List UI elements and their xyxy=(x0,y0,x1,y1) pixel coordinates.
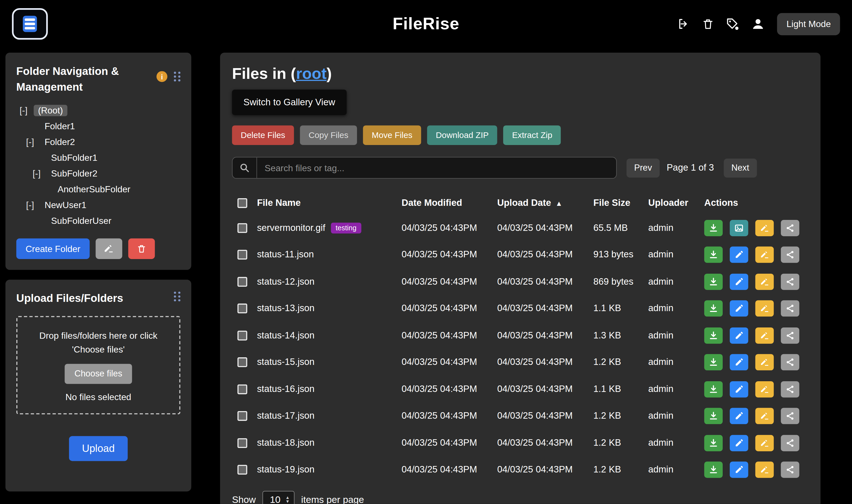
download-button[interactable] xyxy=(704,462,723,478)
download-button[interactable] xyxy=(704,301,723,317)
light-mode-button[interactable]: Light Mode xyxy=(777,13,840,35)
download-button[interactable] xyxy=(704,381,723,397)
file-name[interactable]: status-18.json xyxy=(257,437,314,449)
root-link[interactable]: root xyxy=(296,65,327,82)
edit-button[interactable] xyxy=(730,301,748,317)
row-checkbox[interactable] xyxy=(238,465,247,475)
app-logo[interactable] xyxy=(12,8,48,40)
download-button[interactable] xyxy=(704,435,723,451)
row-checkbox[interactable] xyxy=(238,411,247,421)
share-button[interactable] xyxy=(781,462,799,478)
tree-item-folder2[interactable]: [-]Folder2 xyxy=(16,134,180,150)
row-checkbox[interactable] xyxy=(238,250,247,260)
create-folder-button[interactable]: Create Folder xyxy=(16,238,90,259)
tree-label[interactable]: SubFolder1 xyxy=(47,152,102,164)
row-checkbox[interactable] xyxy=(238,384,247,394)
edit-button[interactable] xyxy=(730,381,748,397)
share-button[interactable] xyxy=(781,381,799,397)
download-button[interactable] xyxy=(704,247,723,263)
download-button[interactable] xyxy=(704,354,723,371)
tree-item-newuser1[interactable]: [-]NewUser1 xyxy=(16,197,180,213)
tree-label[interactable]: Folder1 xyxy=(40,121,80,132)
tag-icon[interactable] xyxy=(726,17,739,31)
file-name[interactable]: status-12.json xyxy=(257,276,314,287)
extract-zip-button[interactable]: Extract Zip xyxy=(503,126,561,145)
tree-item-subfolderuser[interactable]: SubFolderUser xyxy=(16,213,180,229)
rename-button[interactable] xyxy=(755,220,774,236)
tree-label[interactable]: SubFolder2 xyxy=(47,168,102,179)
share-button[interactable] xyxy=(781,274,799,290)
tree-item-folder1[interactable]: Folder1 xyxy=(16,118,180,134)
rename-button[interactable] xyxy=(755,408,774,424)
copy-files-button[interactable]: Copy Files xyxy=(300,126,357,145)
col-file-name[interactable]: File Name xyxy=(257,198,401,209)
file-name[interactable]: status-16.json xyxy=(257,384,314,395)
tree-label[interactable]: NewUser1 xyxy=(40,199,91,211)
col-upload-date[interactable]: Upload Date▲ xyxy=(497,198,593,209)
file-name[interactable]: status-13.json xyxy=(257,303,314,314)
prev-page-button[interactable]: Prev xyxy=(627,158,660,177)
download-button[interactable] xyxy=(704,408,723,424)
tree-toggle-icon[interactable]: [-] xyxy=(19,105,34,116)
items-per-page-select[interactable]: 10 ▲▼ xyxy=(262,491,295,504)
edit-button[interactable] xyxy=(730,462,748,478)
rename-button[interactable] xyxy=(755,301,774,317)
tree-item-subfolder2[interactable]: [-]SubFolder2 xyxy=(16,165,180,181)
file-dropzone[interactable]: Drop files/folders here or click 'Choose… xyxy=(16,316,180,414)
tree-label[interactable]: (Root) xyxy=(34,105,67,116)
select-all-checkbox[interactable] xyxy=(238,198,247,208)
edit-button[interactable] xyxy=(730,327,748,343)
row-checkbox[interactable] xyxy=(238,223,247,233)
share-button[interactable] xyxy=(781,220,799,236)
account-icon[interactable] xyxy=(751,17,765,31)
file-name[interactable]: servermonitor.gif xyxy=(257,222,325,233)
col-uploader[interactable]: Uploader xyxy=(648,198,705,209)
upload-button[interactable]: Upload xyxy=(69,436,128,461)
row-checkbox[interactable] xyxy=(238,304,247,314)
rename-folder-button[interactable] xyxy=(95,238,122,259)
share-button[interactable] xyxy=(781,327,799,343)
row-checkbox[interactable] xyxy=(238,358,247,367)
move-files-button[interactable]: Move Files xyxy=(363,126,421,145)
tree-item-root[interactable]: [-](Root) xyxy=(16,103,180,119)
delete-folder-button[interactable] xyxy=(128,238,155,259)
download-button[interactable] xyxy=(704,220,723,236)
search-input[interactable] xyxy=(257,163,616,173)
file-name[interactable]: status-19.json xyxy=(257,464,314,475)
tree-item-anothersubfolder[interactable]: AnotherSubFolder xyxy=(16,181,180,197)
preview-button[interactable] xyxy=(730,220,748,236)
tree-label[interactable]: AnotherSubFolder xyxy=(53,184,135,195)
delete-files-button[interactable]: Delete Files xyxy=(232,126,294,145)
rename-button[interactable] xyxy=(755,274,774,290)
rename-button[interactable] xyxy=(755,327,774,343)
info-icon[interactable]: i xyxy=(156,71,167,82)
rename-button[interactable] xyxy=(755,247,774,263)
edit-button[interactable] xyxy=(730,408,748,424)
file-name[interactable]: status-17.json xyxy=(257,411,314,422)
rename-button[interactable] xyxy=(755,354,774,371)
choose-files-button[interactable]: Choose files xyxy=(65,363,132,383)
rename-button[interactable] xyxy=(755,462,774,478)
edit-button[interactable] xyxy=(730,435,748,451)
share-button[interactable] xyxy=(781,408,799,424)
row-checkbox[interactable] xyxy=(238,277,247,287)
drag-handle-icon[interactable] xyxy=(174,72,180,82)
tree-item-subfolder1[interactable]: SubFolder1 xyxy=(16,150,180,165)
edit-button[interactable] xyxy=(730,274,748,290)
tree-label[interactable]: SubFolderUser xyxy=(47,215,116,227)
share-button[interactable] xyxy=(781,247,799,263)
tree-label[interactable]: Folder2 xyxy=(40,136,80,148)
share-button[interactable] xyxy=(781,354,799,371)
col-file-size[interactable]: File Size xyxy=(593,198,648,209)
file-name[interactable]: status-15.json xyxy=(257,357,314,368)
share-button[interactable] xyxy=(781,301,799,317)
next-page-button[interactable]: Next xyxy=(724,158,757,177)
file-name[interactable]: status-11.json xyxy=(257,250,314,260)
rename-button[interactable] xyxy=(755,381,774,397)
drag-handle-icon[interactable] xyxy=(174,292,180,302)
download-zip-button[interactable]: Download ZIP xyxy=(427,126,497,145)
trash-icon[interactable] xyxy=(702,17,714,31)
tree-toggle-icon[interactable]: [-] xyxy=(26,200,40,210)
tree-toggle-icon[interactable]: [-] xyxy=(26,137,40,147)
download-button[interactable] xyxy=(704,327,723,343)
